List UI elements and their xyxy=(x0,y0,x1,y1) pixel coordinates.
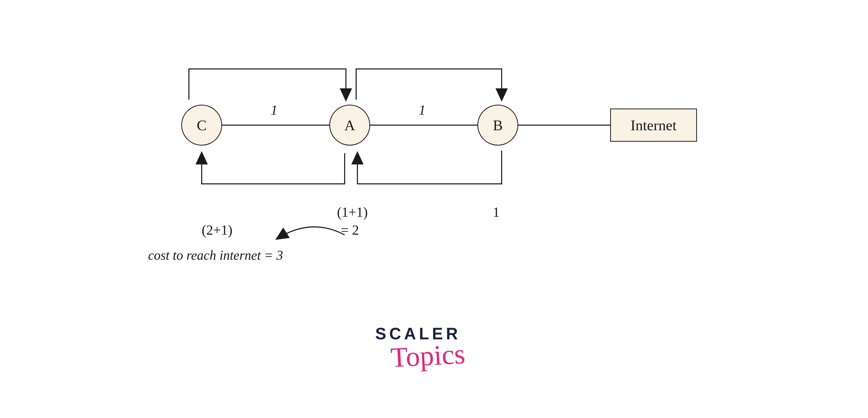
internet-box: Internet xyxy=(610,109,697,142)
logo-topics: Topics xyxy=(390,337,466,374)
edge-weight-ca: 1 xyxy=(271,102,278,118)
node-b-label: B xyxy=(493,117,503,134)
cost-b: 1 xyxy=(493,204,500,220)
edge-weight-ab: 1 xyxy=(419,102,426,118)
node-a: A xyxy=(329,105,370,146)
diagram-canvas: C A B Internet 1 1 1 (1+1) = 2 (2+1) cos… xyxy=(0,0,868,418)
cost-c-line1: (2+1) xyxy=(202,222,232,238)
cost-a-line1: (1+1) xyxy=(337,204,368,220)
cost-c-explanation: cost to reach internet = 3 xyxy=(148,248,283,263)
node-c-label: C xyxy=(197,117,207,134)
cost-a-line2: = 2 xyxy=(341,222,359,238)
node-c: C xyxy=(181,105,222,146)
internet-label: Internet xyxy=(630,117,677,134)
node-a-label: A xyxy=(344,117,355,134)
node-b: B xyxy=(477,105,518,146)
